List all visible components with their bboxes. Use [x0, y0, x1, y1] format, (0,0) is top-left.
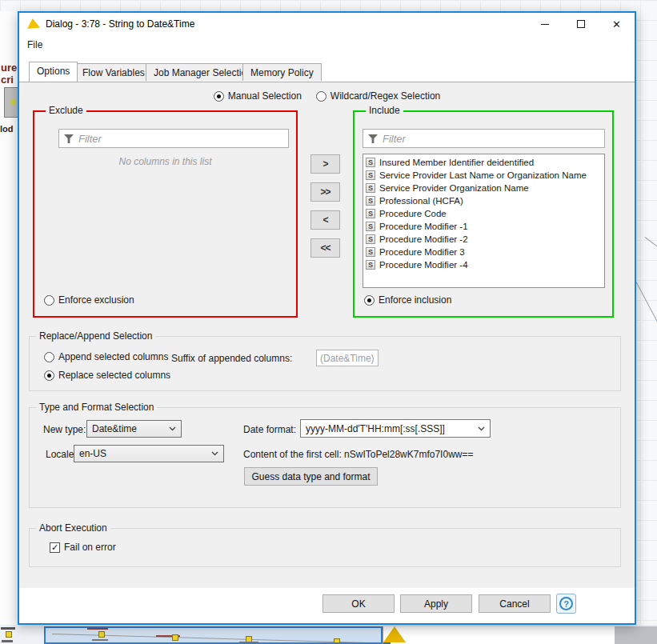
list-item[interactable]: SService Provider Organization Name — [363, 182, 604, 194]
filter-funnel-icon — [64, 134, 74, 143]
fail-on-error-option[interactable]: ✓ Fail on error — [50, 542, 116, 553]
wildcard-selection-option[interactable]: Wildcard/Regex Selection — [316, 90, 440, 102]
minimize-button[interactable] — [527, 13, 563, 35]
string-type-icon: S — [366, 196, 375, 206]
filter-funnel-icon — [368, 134, 378, 143]
chevron-down-icon — [169, 426, 176, 431]
remove-all-columns-button[interactable]: << — [310, 238, 340, 258]
tab-memory-policy[interactable]: Memory Policy — [242, 63, 322, 81]
knime-triangle-icon — [27, 18, 40, 29]
minimize-icon — [541, 24, 549, 25]
menu-bar: File — [19, 35, 635, 54]
exclude-empty-text: No columns in this list — [34, 156, 296, 167]
date-format-label: Date format: — [243, 424, 296, 435]
fail-on-error-checkbox[interactable]: ✓ — [50, 542, 60, 553]
tiny-node-label — [1, 627, 15, 630]
list-item[interactable]: SInsured Member Identifier deidentified — [363, 156, 604, 169]
string-type-icon: S — [366, 209, 375, 218]
chevron-down-icon — [211, 451, 218, 456]
suffix-input[interactable] — [316, 350, 379, 366]
new-type-dropdown[interactable]: Date&time — [86, 420, 182, 438]
help-button[interactable]: ? — [556, 594, 576, 614]
guess-type-button[interactable]: Guess data type and format — [244, 467, 378, 486]
manual-selection-option[interactable]: Manual Selection — [214, 90, 302, 102]
type-format-legend: Type and Format Selection — [36, 402, 157, 413]
enforce-exclusion-radio[interactable] — [44, 295, 54, 306]
tiny-node-label — [239, 642, 258, 643]
column-name: Procedure Modifier 3 — [379, 247, 465, 257]
menu-file[interactable]: File — [27, 39, 42, 50]
replace-append-legend: Replace/Append Selection — [36, 330, 155, 342]
cancel-button[interactable]: Cancel — [479, 594, 551, 613]
exclude-filter-field[interactable] — [58, 129, 289, 148]
string-type-icon: S — [366, 222, 375, 231]
close-button[interactable]: ✕ — [599, 13, 635, 35]
first-cell-content: Content of the first cell: nSwIToPel28wK… — [243, 449, 473, 460]
column-name: Service Provider Organization Name — [379, 183, 529, 193]
string-type-icon: S — [366, 183, 375, 193]
column-name: Insured Member Identifier deidentified — [379, 158, 534, 167]
column-name: Procedure Code — [379, 209, 447, 218]
suffix-label: Suffix of appended columns: — [171, 353, 292, 364]
new-type-label: New type: — [43, 424, 86, 435]
list-item[interactable]: SProcedure Modifier -4 — [363, 258, 604, 271]
ok-button[interactable]: OK — [322, 594, 395, 613]
replace-columns-option[interactable]: Replace selected columns — [44, 370, 170, 381]
tab-strip: Options Flow Variables Job Manager Selec… — [19, 61, 635, 82]
background-left-window: ure cri lod — [0, 11, 18, 625]
background-dialog-strip — [383, 626, 615, 644]
fail-on-error-label: Fail on error — [64, 542, 116, 553]
remove-column-button[interactable]: < — [310, 210, 340, 230]
enforce-exclusion-option[interactable]: Enforce exclusion — [44, 294, 134, 306]
locale-value: en-US — [79, 448, 208, 459]
replace-append-group: Replace/Append Selection Append selected… — [29, 336, 621, 391]
include-legend: Include — [366, 105, 403, 116]
workflow-node — [6, 631, 12, 638]
wildcard-selection-radio[interactable] — [316, 91, 326, 102]
maximize-icon — [577, 20, 585, 28]
tab-flow-variables[interactable]: Flow Variables — [74, 63, 153, 81]
dialog-title: Dialog - 3:78 - String to Date&Time — [46, 18, 194, 30]
date-format-combobox[interactable]: yyyy-MM-dd'T'HH:mm[:ss[.SSS]] — [300, 419, 491, 438]
append-columns-option[interactable]: Append selected columns — [44, 351, 168, 362]
maximize-button[interactable] — [563, 13, 599, 35]
include-panel: Include SInsured Member Identifier deide… — [353, 110, 614, 318]
dialog-window: Dialog - 3:78 - String to Date&Time ✕ Fi… — [18, 11, 636, 625]
tiny-node-label — [2, 640, 13, 642]
annotation-fragment: ure — [1, 62, 17, 74]
string-type-icon: S — [366, 170, 375, 180]
append-columns-radio[interactable] — [44, 352, 54, 362]
warning-triangle-icon — [383, 626, 406, 642]
locale-dropdown[interactable]: en-US — [74, 445, 224, 462]
exclude-filter-input[interactable] — [78, 133, 283, 145]
replace-columns-radio[interactable] — [44, 370, 54, 381]
list-item[interactable]: SProcedure Code — [363, 207, 604, 220]
include-column-list[interactable]: SInsured Member Identifier deidentified … — [363, 154, 605, 288]
include-filter-field[interactable] — [363, 129, 605, 148]
chevron-down-icon — [478, 426, 485, 431]
abort-execution-legend: Abort Execution — [36, 522, 110, 534]
tab-options[interactable]: Options — [29, 62, 78, 82]
workflow-selection-rect — [44, 626, 383, 644]
exclude-panel: Exclude No columns in this list Enforce … — [33, 110, 298, 318]
enforce-inclusion-label: Enforce inclusion — [379, 294, 451, 306]
title-bar[interactable]: Dialog - 3:78 - String to Date&Time ✕ — [19, 13, 635, 35]
enforce-inclusion-option[interactable]: Enforce inclusion — [364, 294, 451, 306]
add-all-columns-button[interactable]: >> — [310, 182, 340, 202]
append-columns-label: Append selected columns — [58, 351, 168, 362]
workflow-node — [172, 634, 178, 641]
list-item[interactable]: SProfessional (HCFA) — [363, 194, 604, 207]
options-tab-pane: Manual Selection Wildcard/Regex Selectio… — [19, 82, 635, 588]
locale-label: Locale: — [46, 449, 77, 460]
list-item[interactable]: SProcedure Modifier -2 — [363, 233, 604, 246]
annotation-fragment: cri — [1, 74, 14, 86]
include-filter-input[interactable] — [383, 133, 599, 145]
apply-button[interactable]: Apply — [400, 594, 472, 613]
list-item[interactable]: SProcedure Modifier 3 — [363, 246, 604, 258]
enforce-inclusion-radio[interactable] — [364, 295, 375, 306]
add-column-button[interactable]: > — [310, 154, 340, 174]
list-item[interactable]: SService Provider Last Name or Organizat… — [363, 169, 604, 182]
manual-selection-radio[interactable] — [214, 91, 224, 102]
list-item[interactable]: SProcedure Modifier -1 — [363, 220, 604, 233]
string-type-icon: S — [366, 234, 375, 244]
